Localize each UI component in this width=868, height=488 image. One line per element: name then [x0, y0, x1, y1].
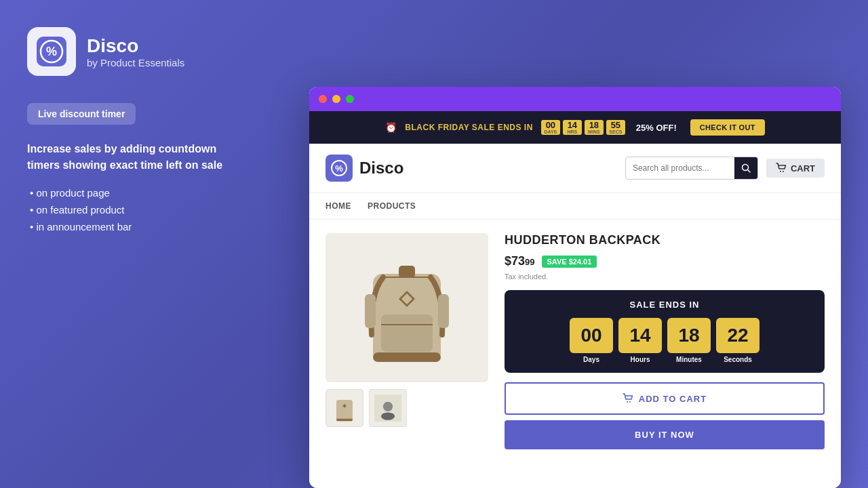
app-title: Disco by Product Essentials [87, 35, 184, 68]
main-product-image [326, 233, 488, 382]
left-panel: % Disco by Product Essentials Live disco… [27, 27, 244, 238]
svg-rect-15 [373, 352, 441, 362]
svg-rect-19 [336, 400, 353, 421]
svg-line-6 [747, 170, 750, 173]
price-row: $7399 SAVE $24.01 [505, 254, 825, 268]
product-images [326, 233, 488, 485]
ann-days-unit: 00 DAYS [541, 120, 560, 135]
announcement-bar: ⏰ Black Friday Sale Ends In 00 DAYS 14 H… [309, 111, 841, 144]
product-page: HUDDERTON BACKPACK $7399 SAVE $24.01 Tax… [309, 220, 841, 488]
thumb-1-icon [331, 392, 358, 424]
ann-hrs-label: HRS [567, 129, 577, 134]
disco-percent-icon: % [37, 37, 66, 66]
search-button[interactable] [734, 157, 757, 180]
nav-home[interactable]: HOME [326, 193, 351, 219]
tax-note: Tax included. [505, 272, 825, 281]
days-unit: 00 Days [570, 318, 613, 363]
announcement-countdown: 00 DAYS 14 HRS 18 MINS 55 SECS [541, 120, 625, 135]
ann-hrs-value: 14 [568, 121, 577, 129]
thumb-2-icon [374, 392, 401, 424]
clock-icon: ⏰ [385, 122, 397, 133]
product-title: HUDDERTON BACKPACK [505, 233, 825, 247]
shop-logo: % Disco [326, 155, 403, 182]
cart-icon [776, 163, 787, 174]
browser-chrome [309, 87, 841, 111]
app-name: Disco [87, 35, 184, 57]
countdown-title: SALE ENDS IN [515, 300, 814, 310]
svg-rect-16 [365, 294, 376, 328]
seconds-label: Seconds [724, 356, 752, 363]
svg-point-24 [381, 412, 395, 420]
shop-logo-icon: % [326, 155, 353, 182]
save-badge: SAVE $24.01 [542, 256, 597, 268]
svg-point-25 [627, 401, 628, 403]
nav-products[interactable]: PRODUCTS [368, 193, 416, 219]
minutes-label: Minutes [676, 356, 702, 363]
svg-point-8 [783, 171, 784, 172]
shop-percent-icon: % [330, 159, 348, 177]
sale-ends-text: Black Friday Sale Ends In [405, 123, 533, 132]
add-to-cart-button[interactable]: ADD TO CART [505, 382, 825, 415]
days-number: 00 [570, 318, 613, 353]
ann-days-label: DAYS [544, 129, 557, 134]
app-tagline: by Product Essentials [87, 57, 184, 68]
feature-3: • in announcement bar [27, 221, 244, 232]
search-input[interactable] [626, 163, 734, 173]
search-icon [741, 163, 751, 173]
ann-hrs-unit: 14 HRS [563, 120, 582, 135]
product-info: HUDDERTON BACKPACK $7399 SAVE $24.01 Tax… [505, 233, 825, 485]
minimize-dot[interactable] [332, 95, 340, 103]
ann-secs-label: SECS [609, 129, 622, 134]
svg-point-23 [383, 402, 393, 411]
app-icon: % [27, 27, 76, 76]
seconds-number: 22 [716, 318, 760, 353]
svg-rect-21 [336, 419, 353, 421]
off-text: 25% OFF! [636, 123, 677, 133]
svg-rect-17 [438, 294, 449, 328]
shop-header-right: CART [625, 157, 825, 180]
countdown-units: 00 Days 14 Hours 18 Minutes 22 Seconds [515, 318, 814, 363]
maximize-dot[interactable] [346, 95, 354, 103]
left-tagline: Increase sales by adding countdown timer… [27, 141, 244, 174]
features-list: • on product page • on featured product … [27, 187, 244, 232]
svg-text:%: % [46, 45, 57, 58]
cart-icon-btn [623, 393, 633, 404]
search-box[interactable] [625, 157, 758, 180]
product-countdown-box: SALE ENDS IN 00 Days 14 Hours 18 Minutes [505, 290, 825, 373]
buy-now-button[interactable]: BUY IT NOW [505, 420, 825, 449]
feature-1: • on product page [27, 187, 244, 199]
ann-mins-label: MINS [588, 129, 600, 134]
browser-mockup: ⏰ Black Friday Sale Ends In 00 DAYS 14 H… [309, 87, 841, 488]
add-to-cart-label: ADD TO CART [639, 394, 707, 404]
product-price: $7399 [505, 254, 535, 268]
hours-number: 14 [618, 318, 662, 353]
hours-label: Hours [631, 356, 650, 363]
thumbnail-2[interactable] [369, 389, 407, 427]
svg-point-26 [629, 401, 631, 403]
ann-secs-value: 55 [611, 121, 620, 129]
product-thumbnails [326, 389, 488, 427]
live-timer-badge: Live discount timer [27, 103, 136, 125]
backpack-svg [353, 240, 461, 375]
minutes-number: 18 [667, 318, 711, 353]
shop-nav: HOME PRODUCTS [309, 193, 841, 220]
svg-text:%: % [335, 163, 343, 174]
hours-unit: 14 Hours [618, 318, 662, 363]
cart-label: CART [791, 163, 815, 174]
seconds-unit: 22 Seconds [716, 318, 760, 363]
shop-logo-text: Disco [359, 159, 403, 178]
shop-header: % Disco CART [309, 144, 841, 193]
price-cents: 99 [525, 257, 534, 267]
close-dot[interactable] [319, 95, 327, 103]
svg-rect-10 [399, 266, 415, 278]
check-it-out-button[interactable]: CHECK IT OUT [690, 119, 765, 136]
cart-button[interactable]: CART [766, 159, 825, 178]
ann-mins-unit: 18 MINS [585, 120, 604, 135]
ann-secs-unit: 55 SECS [606, 120, 625, 135]
days-label: Days [583, 356, 599, 363]
thumbnail-1[interactable] [326, 389, 363, 427]
feature-2: • on featured product [27, 204, 244, 216]
price-main: $73 [505, 254, 525, 268]
app-logo-row: % Disco by Product Essentials [27, 27, 244, 76]
svg-point-7 [780, 171, 781, 172]
